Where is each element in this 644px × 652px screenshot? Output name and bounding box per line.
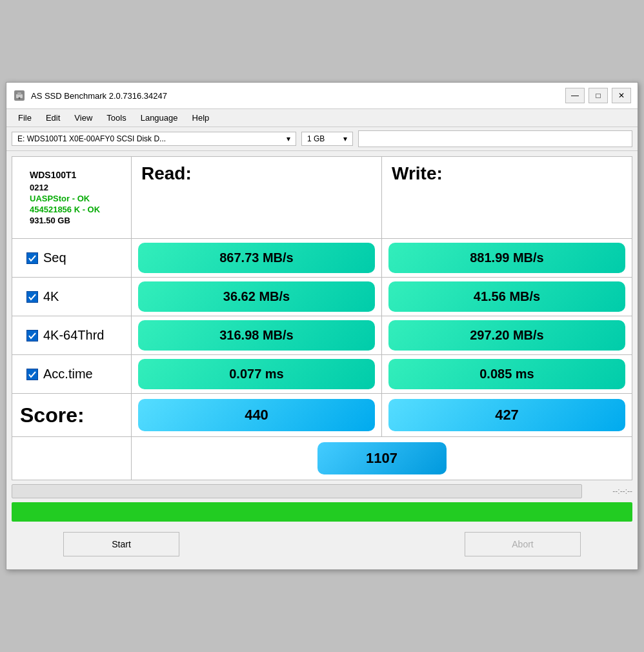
seq-label-text: Seq (43, 250, 66, 265)
acctime-read-value: 0.077 ms (138, 359, 375, 389)
drive-dropdown[interactable]: E: WDS100T1 X0E-00AFY0 SCSI Disk D... ▾ (12, 132, 296, 146)
progress-area: --:--:-- (12, 480, 632, 524)
main-content: WDS100T1 0212 UASPStor - OK 454521856 K … (6, 151, 638, 569)
menu-item-file[interactable]: File (12, 111, 38, 125)
close-button[interactable]: ✕ (612, 88, 631, 103)
drive-firmware: 0212 (30, 183, 117, 192)
app-icon (13, 89, 26, 102)
acctime-checkbox[interactable] (26, 369, 38, 380)
progress-time: --:--:-- (587, 487, 632, 496)
drive-size-ok: 454521856 K - OK (30, 205, 117, 214)
drive-label: E: WDS100T1 X0E-00AFY0 SCSI Disk D... (17, 134, 166, 143)
score-total-value: 1107 (317, 442, 447, 474)
4k64-read-cell: 316.98 MB/s (132, 316, 382, 355)
title-bar-left: AS SSD Benchmark 2.0.7316.34247 (13, 89, 167, 102)
read-header: Read: (132, 157, 382, 239)
4k-checkbox[interactable] (26, 291, 38, 303)
window-title: AS SSD Benchmark 2.0.7316.34247 (31, 91, 167, 101)
menu-item-language[interactable]: Language (134, 111, 185, 125)
score-total-spacer (12, 437, 132, 480)
acctime-label-row: Acc.time (19, 362, 125, 387)
score-total-row: 1107 (12, 437, 632, 480)
seq-write-value: 881.99 MB/s (388, 243, 625, 273)
title-bar: AS SSD Benchmark 2.0.7316.34247 — □ ✕ (6, 83, 638, 109)
menu-item-tools[interactable]: Tools (100, 111, 132, 125)
app-window: AS SSD Benchmark 2.0.7316.34247 — □ ✕ Fi… (6, 82, 638, 570)
drive-info-cell: WDS100T1 0212 UASPStor - OK 454521856 K … (12, 157, 132, 239)
acctime-write-value: 0.085 ms (388, 359, 625, 389)
drive-driver-ok: UASPStor - OK (30, 194, 117, 203)
menu-item-help[interactable]: Help (186, 111, 216, 125)
score-write-value: 427 (388, 399, 625, 431)
score-write-cell: 427 (382, 394, 632, 437)
4k64-row: 4K-64Thrd 316.98 MB/s 297.20 MB/s (12, 316, 632, 355)
score-read-value: 440 (138, 399, 375, 431)
drive-capacity: 931.50 GB (30, 216, 117, 225)
4k64-write-value: 297.20 MB/s (388, 320, 625, 351)
start-button[interactable]: Start (63, 532, 179, 556)
abort-button[interactable]: Abort (465, 532, 581, 556)
maximize-button[interactable]: □ (589, 88, 608, 103)
drive-info: WDS100T1 0212 UASPStor - OK 454521856 K … (22, 163, 125, 232)
svg-rect-2 (17, 92, 21, 95)
acctime-read-cell: 0.077 ms (132, 355, 382, 394)
acctime-row: Acc.time 0.077 ms 0.085 ms (12, 355, 632, 394)
4k64-label-text: 4K-64Thrd (43, 328, 105, 343)
toolbar: E: WDS100T1 X0E-00AFY0 SCSI Disk D... ▾ … (6, 127, 638, 151)
4k-label-text: 4K (43, 289, 59, 304)
4k-write-value: 41.56 MB/s (388, 281, 625, 312)
progress-bar-bg (12, 484, 582, 498)
acctime-label-text: Acc.time (43, 367, 93, 382)
score-label-cell: Score: (12, 394, 132, 437)
drive-arrow-icon: ▾ (287, 134, 290, 143)
seq-write-cell: 881.99 MB/s (382, 239, 632, 278)
4k-label-row: 4K (19, 284, 125, 309)
score-total-cell: 1107 (132, 437, 632, 480)
seq-label-row: Seq (19, 245, 125, 270)
4k64-write-cell: 297.20 MB/s (382, 316, 632, 355)
4k64-read-value: 316.98 MB/s (138, 320, 375, 351)
score-label: Score: (20, 403, 125, 427)
acctime-label-cell: Acc.time (12, 355, 132, 394)
menu-bar: FileEditViewToolsLanguageHelp (6, 109, 638, 127)
4k-read-value: 36.62 MB/s (138, 281, 375, 312)
4k-row: 4K 36.62 MB/s 41.56 MB/s (12, 278, 632, 316)
size-arrow-icon: ▾ (343, 134, 347, 143)
svg-point-3 (19, 97, 21, 99)
write-header: Write: (382, 157, 632, 239)
seq-row: Seq 867.73 MB/s 881.99 MB/s (12, 239, 632, 278)
bottom-buttons: Start Abort (12, 524, 632, 564)
minimize-button[interactable]: — (565, 88, 585, 103)
header-row: WDS100T1 0212 UASPStor - OK 454521856 K … (12, 157, 632, 239)
seq-checkbox[interactable] (26, 252, 38, 264)
bench-table: WDS100T1 0212 UASPStor - OK 454521856 K … (12, 156, 632, 480)
4k-write-cell: 41.56 MB/s (382, 278, 632, 316)
seq-label-cell: Seq (12, 239, 132, 278)
4k64-label-cell: 4K-64Thrd (12, 316, 132, 355)
size-label: 1 GB (307, 134, 325, 143)
size-dropdown[interactable]: 1 GB ▾ (301, 132, 353, 146)
4k-label-cell: 4K (12, 278, 132, 316)
acctime-write-cell: 0.085 ms (382, 355, 632, 394)
seq-read-value: 867.73 MB/s (138, 243, 375, 273)
4k64-label-row: 4K-64Thrd (19, 323, 125, 348)
menu-item-view[interactable]: View (68, 111, 99, 125)
progress-row: --:--:-- (12, 484, 632, 498)
green-progress-bar (12, 502, 632, 522)
menu-item-edit[interactable]: Edit (39, 111, 66, 125)
4k64-checkbox[interactable] (26, 330, 38, 341)
window-controls: — □ ✕ (565, 88, 631, 103)
seq-read-cell: 867.73 MB/s (132, 239, 382, 278)
drive-model: WDS100T1 (30, 170, 117, 180)
score-read-cell: 440 (132, 394, 382, 437)
score-row: Score: 440 427 (12, 394, 632, 437)
info-box (358, 130, 632, 147)
4k-read-cell: 36.62 MB/s (132, 278, 382, 316)
